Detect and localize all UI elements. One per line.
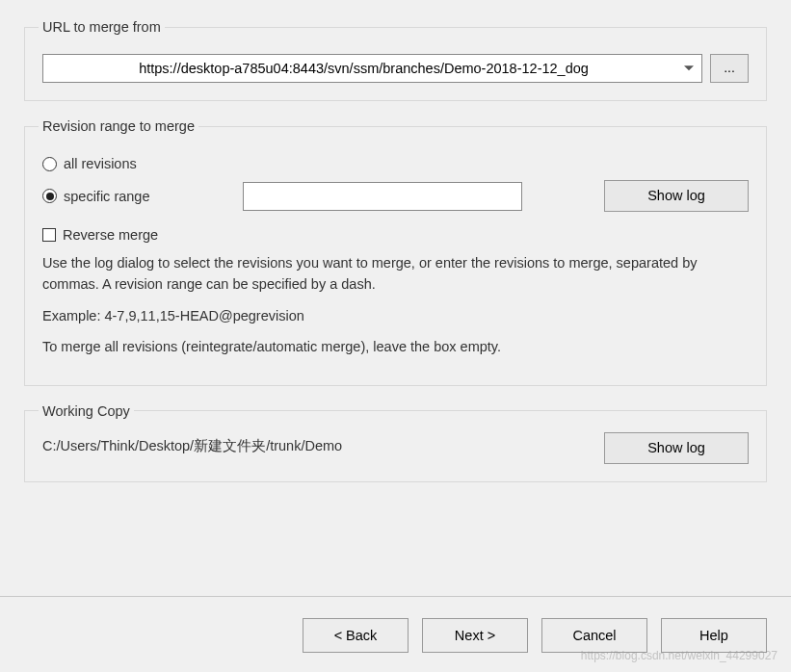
back-button[interactable]: < Back bbox=[303, 618, 409, 653]
merge-dialog: URL to merge from https://desktop-a785u0… bbox=[0, 0, 791, 672]
url-combobox[interactable]: https://desktop-a785u04:8443/svn/ssm/bra… bbox=[42, 54, 702, 83]
show-log-button[interactable]: Show log bbox=[604, 180, 749, 212]
all-revisions-option[interactable]: all revisions bbox=[42, 156, 749, 171]
range-input[interactable] bbox=[243, 182, 522, 211]
specific-range-option[interactable]: specific range bbox=[42, 189, 235, 204]
working-copy-path: C:/Users/Think/Desktop/新建文件夹/trunk/Demo bbox=[42, 432, 594, 455]
dialog-content: URL to merge from https://desktop-a785u0… bbox=[24, 10, 767, 588]
radio-icon bbox=[42, 189, 57, 203]
help-button[interactable]: Help bbox=[661, 618, 767, 653]
help-text-3: To merge all revisions (reintegrate/auto… bbox=[42, 336, 749, 357]
cancel-button[interactable]: Cancel bbox=[541, 618, 647, 653]
reverse-merge-option[interactable]: Reverse merge bbox=[42, 227, 749, 243]
specific-range-label: specific range bbox=[64, 189, 149, 204]
chevron-down-icon bbox=[684, 65, 694, 70]
browse-button[interactable]: ... bbox=[710, 54, 749, 83]
working-copy-row: C:/Users/Think/Desktop/新建文件夹/trunk/Demo … bbox=[42, 432, 749, 464]
revision-legend: Revision range to merge bbox=[39, 118, 198, 134]
radio-icon bbox=[42, 157, 57, 171]
revision-fieldset: Revision range to merge all revisions sp… bbox=[24, 118, 767, 386]
all-revisions-label: all revisions bbox=[64, 156, 137, 171]
working-copy-fieldset: Working Copy C:/Users/Think/Desktop/新建文件… bbox=[24, 403, 767, 482]
wc-show-log-button[interactable]: Show log bbox=[604, 432, 749, 464]
help-text-2: Example: 4-7,9,11,15-HEAD@pegrevision bbox=[42, 305, 749, 326]
next-button[interactable]: Next > bbox=[422, 618, 528, 653]
specific-range-row: specific range Show log bbox=[42, 180, 749, 212]
url-legend: URL to merge from bbox=[39, 19, 165, 35]
button-bar: < Back Next > Cancel Help bbox=[24, 597, 767, 672]
checkbox-icon bbox=[42, 228, 56, 242]
url-row: https://desktop-a785u04:8443/svn/ssm/bra… bbox=[42, 54, 749, 83]
reverse-merge-label: Reverse merge bbox=[63, 227, 158, 243]
url-fieldset: URL to merge from https://desktop-a785u0… bbox=[24, 19, 767, 101]
help-text-1: Use the log dialog to select the revisio… bbox=[42, 252, 749, 296]
working-copy-legend: Working Copy bbox=[39, 403, 134, 419]
url-value: https://desktop-a785u04:8443/svn/ssm/bra… bbox=[139, 61, 589, 76]
